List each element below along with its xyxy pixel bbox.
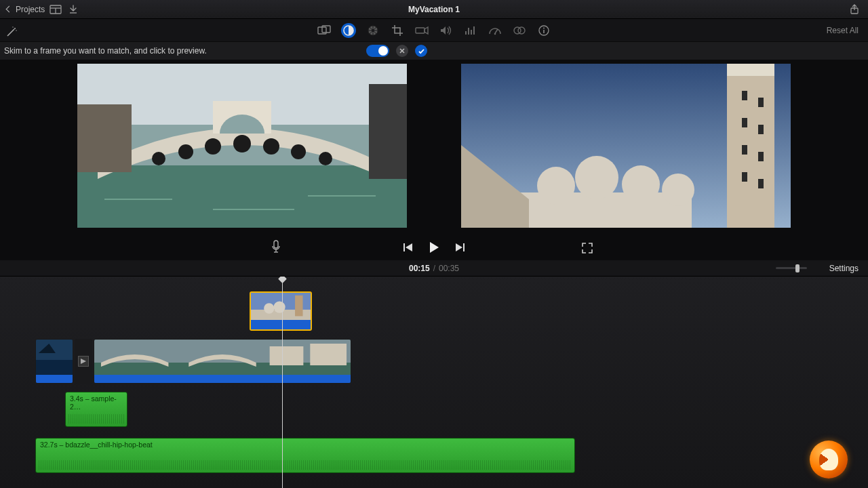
audio-clip-2[interactable]: 32.7s – bdazzle__chill-hip-hop-beat — [35, 438, 575, 473]
svg-rect-61 — [758, 179, 764, 188]
viewer-area — [0, 60, 868, 260]
source-preview[interactable] — [77, 64, 407, 228]
filter-icon[interactable] — [512, 23, 527, 38]
eq-icon[interactable] — [463, 23, 478, 38]
svg-rect-52 — [727, 64, 774, 228]
playhead[interactable] — [282, 277, 283, 488]
timeline[interactable]: 3.4s – sample-2… 32.7s – bdazzle__chill-… — [0, 277, 868, 488]
svg-rect-66 — [403, 243, 405, 251]
svg-point-34 — [178, 144, 193, 159]
import-icon[interactable] — [66, 4, 80, 15]
svg-point-74 — [264, 303, 274, 313]
timeline-settings-button[interactable]: Settings — [829, 264, 859, 273]
svg-rect-22 — [473, 26, 475, 35]
back-to-projects-button[interactable]: Projects — [7, 5, 45, 14]
color-wheel-icon[interactable] — [366, 23, 380, 38]
magic-wand-icon[interactable] — [4, 24, 19, 39]
zoom-slider[interactable] — [776, 267, 807, 269]
duration: 00:35 — [439, 264, 459, 273]
apply-match-button[interactable] — [415, 45, 427, 57]
svg-rect-54 — [742, 91, 747, 100]
project-title: MyVacation 1 — [210, 5, 658, 14]
crop-icon[interactable] — [390, 23, 405, 38]
time-separator: / — [433, 264, 435, 273]
svg-point-5 — [14, 28, 16, 29]
svg-rect-21 — [471, 30, 472, 35]
svg-marker-69 — [456, 243, 462, 251]
svg-rect-70 — [463, 243, 465, 251]
audio-clip-1-label: 3.4s – sample-2… — [70, 394, 117, 411]
volume-icon[interactable] — [439, 23, 454, 38]
svg-rect-60 — [758, 152, 764, 161]
svg-rect-58 — [758, 98, 764, 107]
svg-point-39 — [319, 152, 332, 165]
svg-point-37 — [263, 138, 279, 155]
svg-point-28 — [543, 27, 545, 28]
back-label: Projects — [16, 5, 45, 14]
svg-point-38 — [291, 144, 306, 159]
svg-line-23 — [495, 29, 498, 33]
svg-rect-83 — [310, 344, 347, 365]
svg-rect-41 — [77, 104, 132, 172]
hint-text: Skim to a frame you want to match, and c… — [4, 46, 207, 56]
transition-icon[interactable] — [75, 339, 92, 384]
zoom-handle[interactable] — [795, 264, 800, 272]
svg-rect-73 — [295, 296, 302, 317]
svg-rect-56 — [742, 145, 747, 155]
svg-rect-63 — [274, 241, 278, 248]
next-frame-button[interactable] — [454, 241, 466, 253]
video-clip-2[interactable] — [94, 339, 351, 384]
svg-point-36 — [233, 135, 251, 152]
audio-clip-2-label: 32.7s – bdazzle__chill-hip-hop-beat — [40, 441, 153, 449]
current-time: 00:15 — [409, 264, 430, 273]
svg-marker-68 — [430, 242, 439, 253]
svg-rect-82 — [270, 346, 304, 365]
svg-rect-18 — [416, 28, 425, 33]
play-button[interactable] — [428, 241, 440, 253]
svg-marker-67 — [406, 243, 412, 251]
speed-icon[interactable] — [488, 23, 502, 38]
svg-rect-42 — [369, 84, 407, 179]
svg-point-51 — [662, 174, 694, 206]
svg-point-48 — [537, 167, 575, 205]
video-track — [35, 339, 351, 384]
svg-point-24 — [494, 33, 496, 35]
svg-point-49 — [575, 156, 618, 199]
svg-point-7 — [16, 30, 16, 30]
adjust-toolbar: Reset All — [0, 19, 868, 42]
video-clip-1[interactable] — [35, 339, 73, 384]
fullscreen-icon[interactable] — [582, 243, 593, 253]
color-balance-icon[interactable] — [341, 23, 356, 38]
audio-clip-1[interactable]: 3.4s – sample-2… — [65, 392, 127, 427]
watermark-logo — [810, 441, 848, 479]
svg-point-35 — [205, 138, 221, 155]
prev-frame-button[interactable] — [402, 241, 414, 253]
svg-rect-59 — [758, 125, 764, 134]
svg-rect-53 — [727, 64, 774, 76]
cancel-match-button[interactable] — [396, 45, 408, 57]
svg-rect-57 — [742, 172, 747, 182]
reset-all-button[interactable]: Reset All — [827, 26, 859, 35]
share-icon[interactable] — [848, 4, 861, 15]
titlebar: Projects MyVacation 1 — [0, 0, 868, 19]
svg-point-75 — [273, 301, 285, 312]
transport-controls — [402, 241, 466, 253]
program-preview[interactable] — [461, 64, 791, 228]
info-icon[interactable] — [536, 23, 551, 38]
svg-rect-55 — [742, 118, 747, 127]
voiceover-record-button[interactable] — [271, 240, 281, 253]
svg-rect-19 — [465, 31, 467, 35]
svg-rect-77 — [36, 360, 73, 376]
time-row: 00:15 / 00:35 Settings — [0, 260, 868, 277]
overlay-clip-selected[interactable] — [250, 291, 312, 331]
match-toggle-switch[interactable] — [366, 45, 389, 57]
hint-row: Skim to a frame you want to match, and c… — [0, 42, 868, 60]
svg-point-33 — [152, 152, 165, 165]
svg-rect-29 — [543, 30, 545, 33]
svg-point-26 — [518, 27, 525, 34]
overlay-icon[interactable] — [317, 23, 332, 38]
svg-point-6 — [12, 26, 13, 27]
media-browser-icon[interactable] — [49, 4, 62, 15]
stabilize-icon[interactable] — [414, 23, 429, 38]
chevron-left-icon — [6, 6, 13, 13]
